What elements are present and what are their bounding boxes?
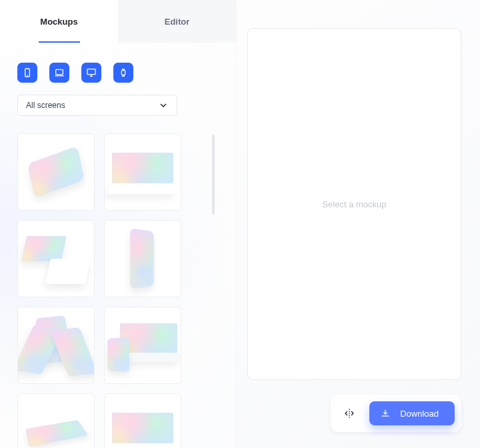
- mockup-card[interactable]: [104, 133, 181, 211]
- watch-icon: [118, 67, 129, 78]
- tab-editor[interactable]: Editor: [118, 0, 236, 43]
- screen-select-wrap: All screens: [0, 95, 236, 128]
- mockup-grid: [17, 133, 191, 448]
- filter-watch-button[interactable]: [113, 63, 133, 83]
- left-panel: Mockups Editor All screens: [0, 0, 237, 448]
- chevron-down-icon: [158, 100, 169, 111]
- preview-canvas: Select a mockup: [247, 28, 461, 380]
- canvas-placeholder: Select a mockup: [322, 199, 386, 209]
- phone-icon: [22, 67, 33, 78]
- desktop-icon: [86, 67, 97, 78]
- filter-laptop-button[interactable]: [49, 63, 69, 83]
- action-bar: Download: [331, 395, 461, 432]
- right-panel: Select a mockup Download: [237, 0, 480, 448]
- tab-mockups-label: Mockups: [40, 17, 77, 27]
- laptop-icon: [54, 67, 65, 78]
- mirror-button[interactable]: [340, 404, 359, 423]
- scrollbar[interactable]: [212, 135, 215, 215]
- download-button[interactable]: Download: [369, 401, 455, 425]
- mockup-card[interactable]: [17, 307, 95, 384]
- tabs: Mockups Editor: [0, 0, 236, 43]
- mockup-card[interactable]: [17, 133, 95, 211]
- filter-phone-button[interactable]: [17, 63, 37, 83]
- screen-select-label: All screens: [26, 101, 65, 110]
- mockup-card[interactable]: [104, 393, 181, 448]
- mockup-card[interactable]: [17, 220, 95, 297]
- tab-mockups[interactable]: Mockups: [0, 0, 118, 43]
- download-icon: [380, 408, 391, 419]
- mockup-card[interactable]: [17, 393, 95, 448]
- mockup-card[interactable]: [104, 220, 181, 297]
- svg-rect-2: [56, 69, 63, 74]
- filter-desktop-button[interactable]: [81, 63, 101, 83]
- mockup-grid-area: [0, 128, 236, 448]
- screen-select[interactable]: All screens: [17, 95, 177, 116]
- device-filters: [0, 43, 236, 95]
- mockup-card[interactable]: [104, 307, 181, 384]
- tab-editor-label: Editor: [165, 17, 190, 27]
- svg-rect-4: [121, 71, 125, 75]
- mirror-icon: [343, 407, 355, 419]
- download-button-label: Download: [400, 409, 439, 419]
- svg-rect-3: [87, 69, 95, 75]
